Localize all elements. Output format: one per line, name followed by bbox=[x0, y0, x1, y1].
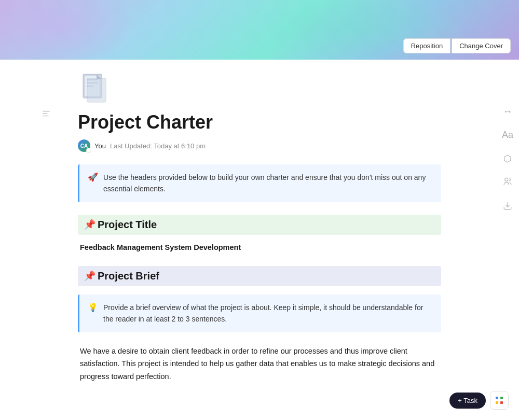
section-header-project-brief: 📌 Project Brief bbox=[78, 266, 441, 286]
section-emoji-project-title: 📌 bbox=[84, 219, 95, 230]
change-cover-button[interactable]: Change Cover bbox=[452, 38, 511, 53]
share-icon[interactable]: ⬡ bbox=[503, 153, 512, 164]
expand-icon[interactable]: ↔ bbox=[503, 106, 512, 117]
outline-toggle-icon[interactable] bbox=[42, 109, 51, 121]
right-sidebar: ↔ Aa ⬡ bbox=[496, 60, 519, 420]
avatar: CA ▲ bbox=[78, 139, 90, 152]
section-project-title: 📌 Project Title Feedback Management Syst… bbox=[78, 215, 441, 251]
svg-rect-15 bbox=[500, 401, 503, 404]
svg-rect-13 bbox=[500, 397, 503, 399]
avatar-initials: CA bbox=[80, 143, 88, 149]
callout-bulb-icon: 💡 bbox=[88, 302, 98, 325]
project-brief-callout-text: Provide a brief overview of what the pro… bbox=[103, 302, 433, 325]
task-button[interactable]: + Task bbox=[449, 393, 486, 409]
bottom-right-buttons: + Task bbox=[449, 391, 509, 410]
svg-point-0 bbox=[505, 178, 508, 181]
page-icon bbox=[78, 72, 441, 107]
cover-buttons: Reposition Change Cover bbox=[403, 38, 511, 53]
svg-rect-14 bbox=[496, 401, 498, 404]
section-header-text-project-title: Project Title bbox=[98, 219, 157, 231]
svg-rect-12 bbox=[496, 397, 498, 399]
callout-rocket-icon: 🚀 bbox=[88, 172, 98, 195]
project-brief-body: We have a desire to obtain client feedba… bbox=[78, 345, 441, 383]
intro-callout: 🚀 Use the headers provided below to buil… bbox=[78, 164, 441, 202]
project-brief-callout: 💡 Provide a brief overview of what the p… bbox=[78, 295, 441, 332]
section-emoji-project-brief: 📌 bbox=[84, 270, 95, 282]
callout-intro-text: Use the headers provided below to build … bbox=[103, 172, 433, 195]
avatar-badge: ▲ bbox=[86, 148, 91, 153]
section-header-text-project-brief: Project Brief bbox=[98, 270, 159, 282]
section-project-brief: 📌 Project Brief 💡 Provide a brief overvi… bbox=[78, 266, 441, 383]
page-title: Project Charter bbox=[78, 111, 441, 133]
cover-image: Reposition Change Cover bbox=[0, 0, 519, 60]
author-name: You bbox=[94, 142, 106, 150]
section-header-project-title: 📌 Project Title bbox=[78, 215, 441, 235]
download-icon[interactable] bbox=[503, 201, 512, 213]
team-icon[interactable] bbox=[503, 177, 512, 189]
apps-button[interactable] bbox=[490, 391, 509, 410]
project-title-content: Feedback Management System Development bbox=[78, 243, 441, 251]
last-updated: Last Updated: Today at 6:10 pm bbox=[110, 142, 206, 150]
svg-rect-11 bbox=[87, 78, 106, 102]
font-icon[interactable]: Aa bbox=[502, 130, 513, 141]
reposition-button[interactable]: Reposition bbox=[403, 38, 450, 53]
author-row: CA ▲ You Last Updated: Today at 6:10 pm bbox=[78, 139, 441, 152]
page-content: Project Charter CA ▲ You Last Updated: T… bbox=[47, 60, 472, 420]
